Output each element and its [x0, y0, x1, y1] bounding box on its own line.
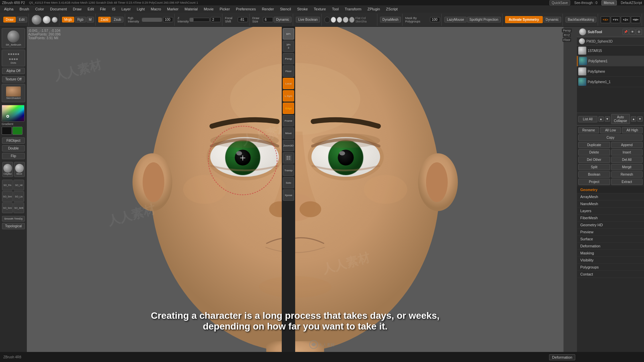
skinshade-item[interactable]: SkinShade4: [2, 84, 25, 102]
menu-material[interactable]: Material: [182, 6, 200, 12]
menu-draw[interactable]: Draw: [70, 6, 84, 12]
rm-contact[interactable]: Contact: [577, 271, 644, 278]
menu-transform[interactable]: Transform: [342, 6, 364, 12]
rm-fibermesh[interactable]: FiberMesh: [577, 215, 644, 222]
brush-circle-white2[interactable]: [337, 17, 342, 23]
double-btn[interactable]: Double: [2, 145, 25, 152]
menu-tool[interactable]: Tool: [329, 6, 341, 12]
brush-shape2[interactable]: [52, 17, 58, 23]
sym-m-indicator[interactable]: +M+: [631, 16, 640, 23]
menu-is[interactable]: IS: [109, 6, 118, 12]
texture-off-btn[interactable]: Texture Off: [2, 76, 25, 82]
activate-symmetry-btn[interactable]: Activate Symmetry: [505, 16, 543, 23]
del-all-btn[interactable]: Del All: [611, 157, 643, 163]
local-btn[interactable]: Local: [283, 78, 294, 89]
3pr-btn[interactable]: 3Pr3: [283, 41, 294, 52]
backface-masking-btn[interactable]: BackfaceMasking: [566, 17, 596, 22]
so-airb-item[interactable]: SO_AirB: [13, 202, 24, 213]
append-btn[interactable]: Append: [611, 142, 643, 148]
move-strip-btn[interactable]: Move: [283, 127, 294, 139]
sym-z-indicator[interactable]: +Z<: [621, 16, 630, 23]
draw-size-value[interactable]: 6: [263, 17, 273, 22]
rgb-intensity-value[interactable]: 100: [163, 17, 173, 22]
menu-zscript[interactable]: ZScript: [383, 6, 400, 12]
rm-visibility[interactable]: Visibility: [577, 257, 644, 264]
project-btn[interactable]: Project: [578, 179, 610, 185]
menu-layer[interactable]: Layer: [119, 6, 133, 12]
vc-persp[interactable]: Persp: [562, 28, 572, 33]
auto-collapse-down[interactable]: ▼: [637, 116, 643, 122]
zsub-btn[interactable]: Zsub: [111, 17, 123, 22]
brush-circle-black[interactable]: [324, 17, 330, 23]
split-btn[interactable]: Split: [578, 164, 610, 170]
dots-item[interactable]: Dots: [2, 50, 25, 66]
gxyz-btn[interactable]: GXyz: [283, 103, 294, 114]
dynamesh-btn[interactable]: DynaMesh: [380, 17, 401, 22]
rgb-intensity-slider[interactable]: [142, 18, 162, 22]
boolean-btn[interactable]: Boolean: [578, 171, 610, 178]
copy-btn[interactable]: Copy: [578, 134, 643, 141]
rm-preview[interactable]: Preview: [577, 229, 644, 236]
sym-x-indicator[interactable]: +X>: [601, 16, 610, 23]
all-high-btn[interactable]: All High: [622, 127, 643, 133]
brush-circle-flat[interactable]: [349, 17, 355, 23]
all-low-btn[interactable]: All Low: [600, 127, 621, 133]
dynamic-btn[interactable]: Dynamic: [274, 17, 291, 22]
color-swatch-green[interactable]: [12, 127, 22, 135]
st-item-polysphere11[interactable]: PolySphere1_1: [577, 77, 644, 87]
vc-ryz[interactable]: RYZ: [563, 33, 571, 37]
insert-btn[interactable]: Insert: [611, 149, 643, 156]
rm-surface[interactable]: Surface: [577, 236, 644, 243]
del-other-btn[interactable]: Del Other: [578, 157, 610, 163]
m-btn[interactable]: M: [87, 17, 94, 22]
brush-circle-white1[interactable]: [331, 17, 336, 23]
spotlight-btn[interactable]: Spotlight Projection: [467, 17, 501, 22]
rename-btn[interactable]: Rename: [578, 127, 599, 133]
menu-light[interactable]: Light: [134, 6, 148, 12]
lazy-mouse-btn[interactable]: LazyMouse: [444, 17, 466, 22]
menu-macro[interactable]: Macro: [148, 6, 164, 12]
menu-preferences[interactable]: Preferences: [233, 6, 258, 12]
zadd-btn[interactable]: Zadd: [98, 17, 111, 22]
xpose-btn[interactable]: Xpose: [283, 189, 294, 201]
rm-arraymesh[interactable]: ArrayMesh: [577, 193, 644, 200]
color-swatch-black[interactable]: [2, 127, 12, 135]
dynamic2-btn[interactable]: Dynamic: [543, 17, 561, 22]
menu-document[interactable]: Document: [47, 6, 69, 12]
rm-masking[interactable]: Masking: [577, 250, 644, 257]
live-boolean-btn[interactable]: Live Boolean: [296, 17, 320, 22]
st-icon-pin[interactable]: 📌: [623, 29, 629, 35]
transp-btn[interactable]: Transp: [283, 165, 294, 176]
list-all-down[interactable]: ▼: [605, 116, 610, 122]
see-through-label[interactable]: See-through : 0: [574, 1, 597, 5]
solo-btn[interactable]: Solo: [283, 177, 294, 188]
airbrush-item[interactable]: SK_AirBrush: [2, 28, 25, 48]
lsym-btn[interactable]: L.Sym: [283, 90, 294, 102]
defaultzscript-btn[interactable]: DefaultZScript: [621, 1, 642, 5]
so-smi2-item[interactable]: SO_Smi: [2, 202, 13, 213]
brush-preview[interactable]: [32, 15, 42, 25]
brush-circle-white3[interactable]: [343, 17, 348, 23]
menu-render[interactable]: Render: [259, 6, 277, 12]
extract-btn[interactable]: Extract: [611, 179, 643, 185]
rm-geometry[interactable]: Geometry: [577, 186, 644, 193]
menu-texture[interactable]: Texture: [311, 6, 329, 12]
topological-btn[interactable]: Topological: [2, 223, 25, 229]
so-smi-item[interactable]: SO_Smi: [2, 191, 13, 202]
st-icon-settings[interactable]: ⚙: [636, 29, 642, 35]
sym-y-indicator[interactable]: +Y<: [611, 16, 620, 23]
auto-collapse-btn[interactable]: Auto Collapse: [611, 114, 630, 124]
rm-layers[interactable]: Layers: [577, 207, 644, 215]
edit-btn[interactable]: Edit: [16, 17, 27, 22]
claybui-item[interactable]: ClayBui: [2, 162, 13, 177]
move-item[interactable]: Move: [14, 162, 25, 177]
rm-deformation[interactable]: Deformation: [577, 243, 644, 250]
menu-color[interactable]: Color: [33, 6, 47, 12]
list-all-btn[interactable]: List All: [578, 116, 597, 122]
menu-brush[interactable]: Brush: [17, 6, 32, 12]
so-lis-item[interactable]: SO_Lis: [13, 191, 24, 202]
merge-btn[interactable]: Mergé: [611, 164, 643, 170]
viewport[interactable]: Creating a character is a long process t…: [27, 27, 564, 352]
rgb-btn[interactable]: Rgb: [75, 17, 86, 22]
menu-marker[interactable]: Marker: [164, 6, 181, 12]
